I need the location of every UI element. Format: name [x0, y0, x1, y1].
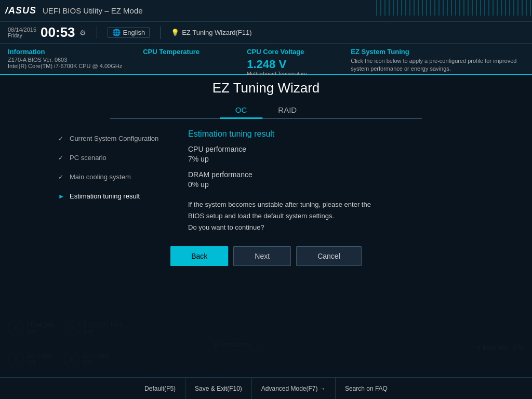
wizard-overlay: EZ Tuning Wizard OC RAID ✓ Current Syste… [0, 75, 532, 377]
ez-tuning-label: EZ Tuning Wizard(F11) [182, 29, 251, 36]
wizard-body: ✓ Current System Configuration ✓ PC scen… [58, 129, 474, 233]
cpu-temp-title: CPU Temperature [143, 48, 226, 56]
clock-display: 00:53 [41, 24, 75, 41]
cpu-perf-value: 7% up [188, 155, 474, 163]
advanced-mode-button[interactable]: Advanced Mode(F7) → [252, 378, 336, 399]
wizard-tabs: OC RAID [110, 102, 422, 119]
warning-text: If the system becomes unstable after tun… [188, 199, 474, 233]
main-content: ⚙ CHA4 FAN N/A ⚙ CPU OPT FAN N/A ⚙ EXT F… [0, 75, 532, 377]
step-done-icon-2: ✓ [58, 154, 65, 162]
day-value: Friday [8, 33, 36, 38]
step-done-icon-3: ✓ [58, 174, 65, 181]
step-pc-scenario: ✓ PC scenario [58, 154, 172, 162]
globe-icon: 🌐 [112, 29, 121, 36]
save-exit-button[interactable]: Save & Exit(F10) [185, 378, 252, 399]
step-done-icon-1: ✓ [58, 135, 65, 142]
step-label-2: PC scenario [70, 154, 107, 162]
language-label: English [123, 29, 145, 36]
second-bar: 08/14/2015 Friday 00:53 ⚙ 🌐 English 💡 EZ… [0, 22, 532, 44]
step-label-4: Estimation tuning result [70, 192, 140, 200]
cpu-voltage-title: CPU Core Voltage [247, 48, 330, 56]
decorative-dots [376, 0, 532, 16]
step-label-1: Current System Configuration [70, 135, 158, 142]
dram-perf-label: DRAM performance [188, 170, 474, 179]
ez-system-section: EZ System Tuning Click the icon below to… [351, 48, 524, 73]
language-button[interactable]: 🌐 English [108, 27, 150, 38]
tab-oc[interactable]: OC [220, 102, 263, 119]
top-bar: /ASUS UEFI BIOS Utility – EZ Mode [0, 0, 532, 22]
back-button[interactable]: Back [170, 246, 228, 266]
cancel-button[interactable]: Cancel [296, 246, 362, 266]
date-value: 08/14/2015 [8, 26, 36, 33]
warning-line2: BIOS setup and load the default system s… [188, 212, 334, 220]
ez-tuning-button[interactable]: 💡 EZ Tuning Wizard(F11) [171, 29, 251, 36]
asus-logo: /ASUS [5, 5, 36, 16]
step-active-icon-4: ► [58, 193, 65, 200]
info-bar: Information Z170-A BIOS Ver. 0603 Intel(… [0, 44, 532, 75]
step-cooling: ✓ Main cooling system [58, 173, 172, 181]
next-button[interactable]: Next [233, 246, 291, 266]
lightbulb-icon: 💡 [171, 29, 179, 36]
ez-system-title: EZ System Tuning [351, 48, 524, 56]
cpu-voltage-value: 1.248 V [247, 58, 330, 71]
wizard-steps: ✓ Current System Configuration ✓ PC scen… [58, 129, 172, 233]
date-display: 08/14/2015 Friday [8, 26, 36, 38]
step-estimation: ► Estimation tuning result [58, 192, 172, 200]
cpu-info: Intel(R) Core(TM) i7-6700K CPU @ 4.00GHz [8, 63, 122, 69]
step-current-config: ✓ Current System Configuration [58, 135, 172, 142]
info-section: Information Z170-A BIOS Ver. 0603 Intel(… [8, 48, 122, 69]
wizard-content: Estimation tuning result CPU performance… [188, 129, 474, 233]
bios-version: Z170-A BIOS Ver. 0603 [8, 57, 122, 63]
bottom-bar: Default(F5) Save & Exit(F10) Advanced Mo… [0, 377, 532, 399]
step-label-3: Main cooling system [70, 173, 131, 181]
estimation-title: Estimation tuning result [188, 129, 474, 139]
cpu-voltage-section: CPU Core Voltage 1.248 V Motherboard Tem… [247, 48, 330, 77]
cpu-perf-label: CPU performance [188, 145, 474, 153]
settings-icon[interactable]: ⚙ [79, 29, 86, 37]
wizard-buttons: Back Next Cancel [58, 246, 474, 266]
search-faq-button[interactable]: Search on FAQ [336, 378, 397, 399]
default-button[interactable]: Default(F5) [135, 378, 185, 399]
date-time: 08/14/2015 Friday 00:53 ⚙ [8, 24, 86, 41]
wizard-title: EZ Tuning Wizard [212, 80, 320, 96]
cpu-temp-section: CPU Temperature [143, 48, 226, 56]
info-title: Information [8, 48, 122, 56]
dram-perf-value: 0% up [188, 180, 474, 189]
ez-system-desc: Click the icon below to apply a pre-conf… [351, 57, 524, 73]
info-details: Z170-A BIOS Ver. 0603 Intel(R) Core(TM) … [8, 57, 122, 69]
warning-line3: Do you want to continue? [188, 223, 264, 231]
bios-title: UEFI BIOS Utility – EZ Mode [43, 6, 143, 15]
tab-raid[interactable]: RAID [262, 102, 312, 119]
warning-line1: If the system becomes unstable after tun… [188, 201, 371, 208]
